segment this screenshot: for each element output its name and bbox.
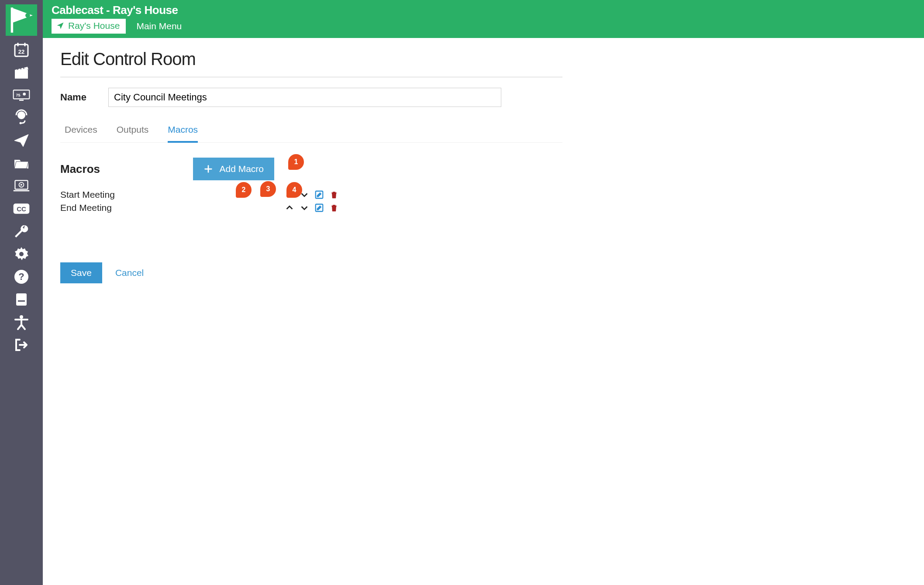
plus-icon — [203, 164, 213, 174]
add-macro-button[interactable]: Add Macro — [193, 158, 274, 180]
sidebar-tools[interactable] — [0, 220, 43, 243]
monitor-icon: 75 — [13, 86, 30, 104]
app-title: Cablecast - Ray's House — [52, 3, 915, 17]
sidebar-files[interactable] — [0, 152, 43, 175]
breadcrumb-location[interactable]: Ray's House — [52, 19, 126, 34]
chevron-down-icon — [300, 190, 309, 200]
chevron-down-icon — [300, 203, 309, 213]
trash-icon — [330, 203, 338, 213]
tab-macros[interactable]: Macros — [168, 120, 198, 143]
sidebar-help[interactable]: ? — [0, 265, 43, 288]
tabs: Devices Outputs Macros — [60, 120, 562, 143]
gear-icon — [13, 245, 30, 263]
macro-list: Start Meeting End Meeting 1 2 — [60, 188, 340, 214]
sidebar-support[interactable] — [0, 107, 43, 129]
macro-edit[interactable] — [314, 202, 325, 213]
clapperboard-icon — [13, 64, 30, 81]
add-macro-label: Add Macro — [219, 164, 264, 174]
macro-actions — [284, 202, 340, 213]
macros-title: Macros — [60, 162, 100, 176]
chevron-up-icon — [285, 203, 294, 213]
svg-point-8 — [20, 122, 22, 124]
chevron-up-icon — [285, 190, 294, 200]
topbar: Cablecast - Ray's House Ray's House Main… — [43, 0, 924, 38]
sidebar-calendar[interactable]: 22 — [0, 38, 43, 61]
sidebar-shows[interactable] — [0, 61, 43, 84]
form-actions: Save Cancel — [60, 262, 907, 283]
sidebar-playback[interactable] — [0, 175, 43, 197]
tab-devices[interactable]: Devices — [65, 120, 97, 142]
person-icon — [13, 313, 30, 331]
headset-icon — [13, 109, 30, 127]
sidebar-logout[interactable] — [0, 334, 43, 356]
macro-move-down[interactable] — [299, 202, 310, 213]
logout-icon — [13, 336, 30, 354]
help-icon: ? — [13, 268, 30, 286]
macro-row: Start Meeting — [60, 188, 340, 201]
macro-move-down[interactable] — [299, 189, 310, 200]
svg-point-14 — [19, 252, 24, 256]
macro-move-up[interactable] — [284, 202, 295, 213]
sidebar-settings[interactable] — [0, 243, 43, 265]
svg-point-6 — [23, 93, 26, 96]
svg-rect-18 — [18, 300, 25, 302]
cc-icon: CC — [13, 200, 30, 217]
sidebar-monitoring[interactable]: 75 — [0, 84, 43, 107]
macro-name: End Meeting — [60, 203, 284, 213]
svg-point-19 — [20, 315, 23, 319]
breadcrumb-location-label: Ray's House — [68, 21, 120, 31]
svg-text:CC: CC — [17, 205, 26, 213]
trash-icon — [330, 190, 338, 200]
calendar-icon: 22 — [13, 41, 30, 58]
svg-text:75: 75 — [16, 93, 20, 97]
name-label: Name — [60, 92, 91, 103]
edit-icon — [314, 203, 324, 213]
macro-row: End Meeting — [60, 201, 340, 214]
sidebar-accessibility[interactable] — [0, 311, 43, 334]
breadcrumb-main-menu[interactable]: Main Menu — [136, 21, 182, 31]
sidebar-docs[interactable] — [0, 288, 43, 311]
tab-outputs[interactable]: Outputs — [117, 120, 149, 142]
svg-point-0 — [25, 13, 30, 18]
wrench-icon — [13, 223, 30, 240]
cancel-button[interactable]: Cancel — [115, 268, 144, 278]
svg-text:?: ? — [18, 271, 24, 282]
edit-icon — [314, 190, 324, 200]
macro-move-up[interactable] — [284, 189, 295, 200]
svg-rect-17 — [16, 293, 27, 306]
location-arrow-icon — [56, 21, 65, 30]
macro-actions — [284, 189, 340, 200]
macro-delete[interactable] — [328, 202, 340, 213]
page-title: Edit Control Room — [60, 49, 562, 77]
macro-edit[interactable] — [314, 189, 325, 200]
save-button[interactable]: Save — [60, 262, 102, 283]
breadcrumbs: Ray's House Main Menu — [52, 19, 915, 34]
flag-icon — [6, 4, 37, 36]
macro-delete[interactable] — [328, 189, 340, 200]
macros-header: Macros Add Macro — [60, 158, 562, 180]
svg-text:22: 22 — [18, 48, 24, 55]
name-input[interactable] — [108, 88, 501, 107]
folder-open-icon — [13, 155, 30, 172]
main-area: Cablecast - Ray's House Ray's House Main… — [43, 0, 924, 585]
laptop-play-icon — [13, 177, 30, 195]
book-icon — [13, 291, 30, 308]
name-field-row: Name — [60, 88, 907, 107]
app-logo[interactable] — [6, 4, 37, 36]
svg-point-7 — [17, 111, 25, 119]
paper-plane-icon — [13, 132, 30, 149]
macro-name: Start Meeting — [60, 189, 284, 200]
sidebar-send[interactable] — [0, 129, 43, 152]
sidebar-cc[interactable]: CC — [0, 197, 43, 220]
sidebar: 22 75 CC ? — [0, 0, 43, 585]
content: Edit Control Room Name Devices Outputs M… — [43, 38, 924, 301]
